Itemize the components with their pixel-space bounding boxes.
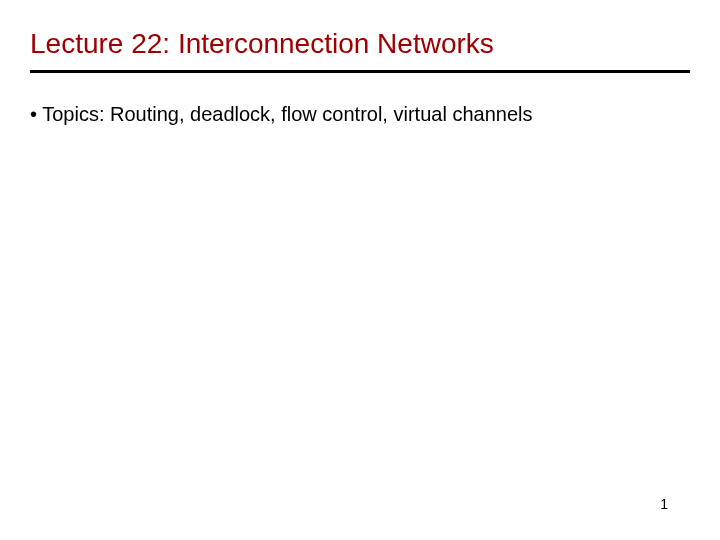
slide-title: Lecture 22: Interconnection Networks	[30, 28, 690, 60]
title-divider	[30, 70, 690, 73]
slide-container: Lecture 22: Interconnection Networks • T…	[0, 0, 720, 540]
topics-bullet: • Topics: Routing, deadlock, flow contro…	[30, 103, 690, 126]
page-number: 1	[660, 496, 668, 512]
